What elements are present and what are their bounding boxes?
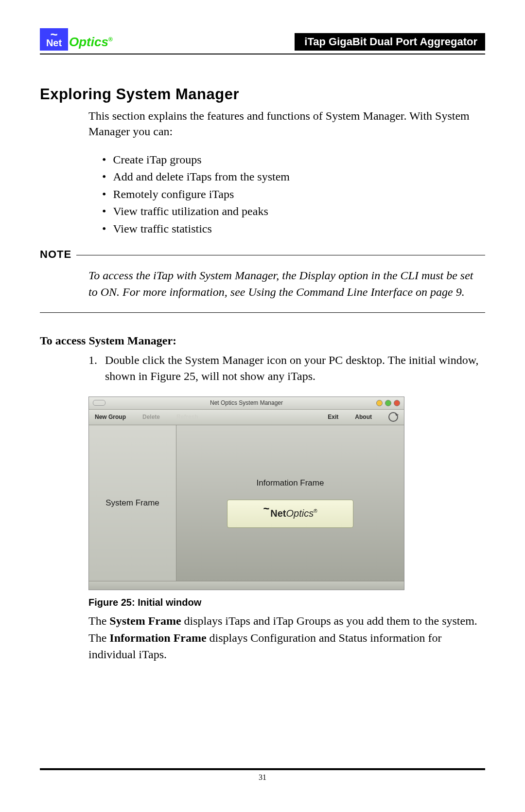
access-subhead: To access System Manager: <box>40 334 485 347</box>
page-header: ~ Net Optics® iTap GigaBit Dual Port Agg… <box>40 28 485 51</box>
note-label: NOTE <box>40 248 71 261</box>
logo-net-text: Net <box>46 38 62 48</box>
header-divider <box>40 54 485 54</box>
content-area: System Frame Information Frame ~ Net Opt… <box>89 425 404 581</box>
system-frame-label: System Frame <box>105 498 159 508</box>
information-frame-label: Information Frame <box>257 478 324 488</box>
page-number: 31 <box>0 773 525 782</box>
figure-caption: Figure 25: Initial window <box>88 597 485 608</box>
status-bar <box>89 581 404 590</box>
exit-button[interactable]: Exit <box>328 414 338 420</box>
new-group-button[interactable]: New Group <box>95 414 126 420</box>
intro-paragraph: This section explains the features and f… <box>88 108 485 140</box>
info-frame-desc: The Information Frame displays Configura… <box>88 630 485 663</box>
list-item: Add and delete iTaps from the system <box>102 168 485 186</box>
delete-button: Delete <box>142 414 160 420</box>
list-item: View traffic utilization and peaks <box>102 203 485 220</box>
brand-tilde-icon: ~ <box>263 507 270 520</box>
system-manager-window: Net Optics System Manager New Group Dele… <box>88 397 404 590</box>
footer-rule <box>40 768 485 770</box>
figure-label: Figure 25: <box>88 597 135 608</box>
logo-optics-text: Optics® <box>69 35 113 50</box>
step-text: Double click the System Manager icon on … <box>105 352 485 385</box>
system-frame-pane: System Frame <box>89 425 176 581</box>
note-body: To access the iTap with System Manager, … <box>88 268 485 300</box>
toolbar: New Group Delete Refresh Exit About <box>89 410 404 425</box>
feature-list: Create iTap groups Add and delete iTaps … <box>102 151 485 238</box>
figure-title: Initial window <box>138 597 201 608</box>
logo-box: ~ Net <box>40 28 68 51</box>
list-item: Remotely configure iTaps <box>102 186 485 203</box>
window-titlebar: Net Optics System Manager <box>89 397 404 410</box>
list-item: Create iTap groups <box>102 151 485 169</box>
step-number: 1. <box>88 352 101 385</box>
refresh-icon[interactable] <box>388 412 398 422</box>
about-button[interactable]: About <box>355 414 372 420</box>
step-1: 1. Double click the System Manager icon … <box>88 352 485 385</box>
information-frame-pane: Information Frame ~ Net Optics® <box>176 425 404 581</box>
product-title-bar: iTap GigaBit Dual Port Aggregator <box>295 33 485 51</box>
netoptics-logo: ~ Net Optics® <box>40 28 113 51</box>
figure-25: Net Optics System Manager New Group Dele… <box>88 397 485 608</box>
refresh-label: Refresh <box>176 414 198 420</box>
brand-card: ~ Net Optics® <box>227 500 353 528</box>
note-bottom-rule <box>40 312 485 313</box>
note-rule <box>76 255 485 255</box>
window-title: Net Optics System Manager <box>89 399 404 406</box>
list-item: View traffic statistics <box>102 220 485 238</box>
section-heading: Exploring System Manager <box>40 86 485 103</box>
note-header: NOTE <box>40 248 485 261</box>
brand-optics-text: Optics® <box>286 508 317 519</box>
brand-net-text: Net <box>270 508 286 519</box>
system-frame-desc: The System Frame displays iTaps and iTap… <box>88 613 485 630</box>
